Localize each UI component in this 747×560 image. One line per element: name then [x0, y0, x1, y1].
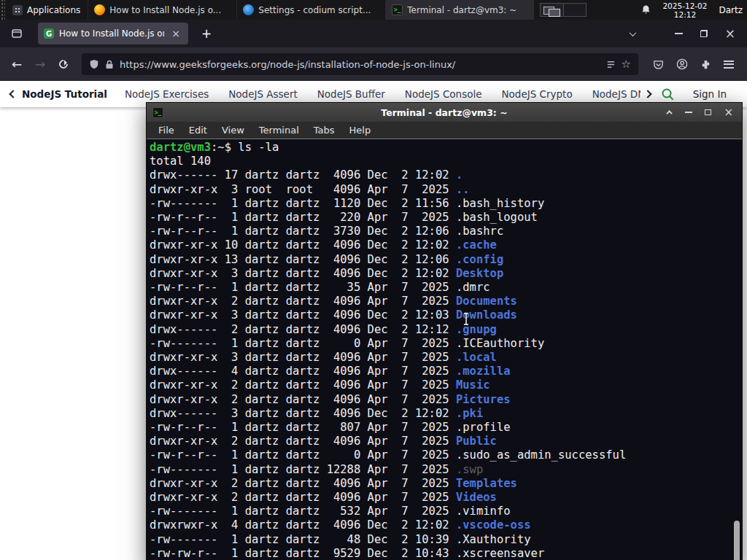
terminal-listing-line: drwxr-xr-x 3 root root 4096 Apr 7 2025 .… — [150, 183, 742, 197]
terminal-listing-line: drwx------ 3 dartz dartz 4096 Dec 2 12:0… — [150, 407, 742, 421]
close-button[interactable]: × — [725, 28, 735, 40]
terminal-menu-view[interactable]: View — [214, 125, 252, 136]
terminal-listing-line: drwxr-xr-x 3 dartz dartz 4096 Dec 2 12:0… — [150, 267, 742, 281]
workspace-switcher — [540, 3, 587, 17]
url-text: https://www.geeksforgeeks.org/node-js/in… — [120, 59, 600, 70]
terminal-title: Terminal - dartz@vm3: ~ — [147, 107, 742, 118]
terminal-close-button[interactable]: × — [724, 107, 733, 118]
terminal-listing-line: drwxrwxr-x 4 dartz dartz 4096 Dec 2 12:0… — [150, 518, 742, 532]
terminal-scrollbar[interactable] — [733, 139, 741, 560]
terminal-listing-line: drwxr-xr-x 2 dartz dartz 4096 Apr 7 2025… — [150, 378, 742, 392]
terminal-listing-line: drwx------ 4 dartz dartz 4096 Apr 7 2025… — [150, 365, 742, 378]
terminal-listing-line: -rw-r--r-- 1 dartz dartz 220 Apr 7 2025 … — [150, 211, 742, 225]
restore-button[interactable] — [700, 30, 708, 37]
toolbar-icons — [647, 58, 740, 70]
forward-button: → — [31, 57, 50, 71]
notifications-button[interactable] — [635, 0, 657, 20]
applications-label: Applications — [27, 5, 80, 15]
taskbar-item-terminal[interactable]: >_ Terminal - dartz@vm3: ~ — [385, 0, 534, 20]
firefox-toolbar: ← → https://www.geeksforgeeks.org/node-j… — [0, 47, 747, 81]
terminal-listing-line: -rw-r--r-- 1 dartz dartz 35 Apr 7 2025 .… — [150, 281, 742, 295]
site-nav-right: Sign In — [661, 88, 738, 101]
taskbar-item-settings[interactable]: Settings - codium script... — [236, 0, 385, 20]
site-nav-link-3[interactable]: NodeJS Console — [405, 88, 482, 100]
reload-button[interactable] — [54, 60, 73, 69]
desktop: Applications How to Install Node.js o...… — [0, 0, 747, 560]
tab-close-button[interactable]: × — [169, 28, 182, 39]
minimize-button[interactable] — [675, 33, 683, 34]
terminal-menubar: FileEditViewTerminalTabsHelp — [147, 122, 742, 139]
terminal-icon: >_ — [392, 4, 403, 15]
firefox-view-button[interactable] — [7, 24, 26, 43]
panel-handle[interactable] — [0, 0, 5, 20]
shield-icon — [89, 59, 99, 69]
terminal-scrollbar-thumb[interactable] — [734, 521, 740, 560]
pocket-icon[interactable] — [653, 59, 664, 70]
terminal-listing-line: drwxr-xr-x 10 dartz dartz 4096 Dec 2 12:… — [150, 238, 742, 252]
bell-icon — [640, 4, 651, 15]
browser-tab[interactable]: G How to Install Node.js on... × — [38, 23, 188, 44]
site-nav-link-2[interactable]: NodeJS Buffer — [317, 88, 385, 100]
site-nav-link-5[interactable]: NodeJS DNS — [592, 88, 640, 100]
terminal-listing-line: -rw-rw-r-- 1 dartz dartz 9529 Dec 2 10:4… — [150, 547, 742, 560]
top-panel: Applications How to Install Node.js o...… — [0, 0, 747, 20]
workspace-2[interactable] — [563, 4, 586, 16]
window-controls: × — [675, 28, 747, 40]
terminal-minimize-button[interactable] — [685, 112, 692, 113]
back-button[interactable]: ← — [7, 57, 26, 71]
bookmark-star-icon[interactable]: ☆ — [622, 58, 631, 71]
account-icon[interactable] — [676, 58, 688, 70]
search-icon[interactable] — [661, 88, 674, 101]
terminal-body[interactable]: dartz@vm3:~$ ls -latotal 140drwx------ 1… — [147, 139, 742, 560]
terminal-titlebar[interactable]: >_ Terminal - dartz@vm3: ~ × — [147, 103, 742, 122]
site-nav-primary[interactable]: NodeJS Tutorial — [22, 88, 107, 100]
terminal-menu-tabs[interactable]: Tabs — [306, 125, 342, 136]
panel-username: Dartz — [713, 5, 747, 15]
new-tab-button[interactable]: + — [196, 26, 217, 41]
site-nav-link-4[interactable]: NodeJS Crypto — [502, 88, 573, 100]
terminal-total-line: total 140 — [150, 155, 742, 168]
firefox-view-icon — [11, 28, 23, 39]
reader-view-icon[interactable] — [606, 60, 616, 69]
terminal-listing-line: drwxr-xr-x 3 dartz dartz 4096 Apr 7 2025… — [150, 351, 742, 365]
terminal-listing-line: drwx------ 2 dartz dartz 4096 Dec 2 12:1… — [150, 323, 742, 337]
taskbar-item-firefox[interactable]: How to Install Node.js o... — [88, 0, 236, 20]
terminal-listing-line: drwxr-xr-x 2 dartz dartz 4096 Apr 7 2025… — [150, 477, 742, 491]
site-nav-link-1[interactable]: NodeJS Assert — [228, 88, 298, 100]
terminal-output: dartz@vm3:~$ ls -latotal 140drwx------ 1… — [147, 139, 742, 560]
lock-icon[interactable] — [105, 60, 114, 69]
extensions-icon[interactable] — [700, 59, 711, 70]
clock-date: 2025-12-02 — [662, 1, 707, 10]
terminal-listing-line: drwxr-xr-x 2 dartz dartz 4096 Apr 7 2025… — [150, 393, 742, 407]
terminal-menu-help[interactable]: Help — [342, 125, 379, 136]
terminal-listing-line: drwxr-xr-x 2 dartz dartz 4096 Apr 7 2025… — [150, 295, 742, 308]
terminal-menu-edit[interactable]: Edit — [182, 125, 214, 136]
terminal-listing-line: -rw------- 1 dartz dartz 1120 Dec 2 11:5… — [150, 197, 742, 211]
applications-menu-button[interactable]: Applications — [5, 0, 88, 20]
terminal-listing-line: -rw-r--r-- 1 dartz dartz 807 Apr 7 2025 … — [150, 421, 742, 435]
terminal-menu-file[interactable]: File — [151, 125, 182, 136]
terminal-listing-line: -rw------- 1 dartz dartz 532 Apr 7 2025 … — [150, 505, 742, 518]
site-nav-link-0[interactable]: NodeJS Exercises — [125, 88, 209, 100]
terminal-listing-line: -rw-r--r-- 1 dartz dartz 3730 Dec 2 12:0… — [150, 225, 742, 238]
terminal-menu-terminal[interactable]: Terminal — [252, 125, 306, 136]
menu-icon[interactable] — [724, 61, 734, 69]
taskbar-item-title: Terminal - dartz@vm3: ~ — [407, 5, 516, 15]
workspace-1[interactable] — [541, 4, 563, 16]
terminal-maximize-button[interactable] — [705, 109, 711, 115]
panel-clock[interactable]: 2025-12-02 12:12 — [657, 1, 713, 19]
site-nav-links: NodeJS ExercisesNodeJS AssertNodeJS Buff… — [125, 88, 640, 100]
terminal-listing-line: drwxr-xr-x 13 dartz dartz 4096 Dec 2 12:… — [150, 253, 742, 267]
list-all-tabs-button[interactable] — [626, 27, 640, 41]
terminal-listing-line: -rw-r--r-- 1 dartz dartz 0 Apr 7 2025 .s… — [150, 448, 742, 462]
applications-icon — [12, 5, 23, 15]
terminal-listing-line: drwxr-xr-x 2 dartz dartz 4096 Apr 7 2025… — [150, 435, 742, 448]
taskbar-item-title: Settings - codium script... — [258, 5, 371, 15]
tab-favicon: G — [44, 28, 54, 39]
mouse-cursor — [462, 312, 471, 329]
address-bar[interactable]: https://www.geeksforgeeks.org/node-js/in… — [82, 53, 638, 75]
sign-in-button[interactable]: Sign In — [693, 88, 727, 100]
firefox-icon — [94, 4, 105, 15]
nav-scroll-right-icon[interactable] — [643, 90, 651, 98]
nav-scroll-left-icon[interactable] — [9, 90, 17, 98]
